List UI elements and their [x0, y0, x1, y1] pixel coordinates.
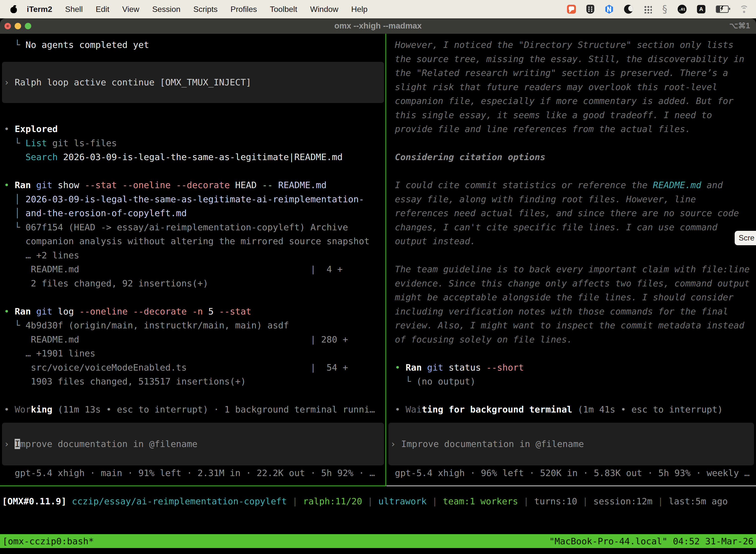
- terminal-line: [4, 389, 386, 403]
- terminal-line: • Ran git show --stat --oneline --decora…: [4, 178, 386, 192]
- right-prompt-text: › Improve documentation in @filename: [390, 437, 584, 451]
- terminal-line: └ 4b9d30f (origin/main, instructkr/main,…: [4, 319, 386, 333]
- right-prompt-input[interactable]: › Improve documentation in @filename: [388, 423, 754, 465]
- tmux-host-clock-label: "MacBook-Pro-44.local" 04:52 31-Mar-26: [549, 536, 754, 546]
- terminal-line: of focusing solely on file lines.: [395, 333, 756, 347]
- badge-61-icon[interactable]: ..61: [678, 5, 687, 14]
- terminal-line: I could cite commit statistics or refere…: [395, 178, 756, 192]
- terminal-line: review. Also, I might want to inspect th…: [395, 319, 756, 333]
- menu-window[interactable]: Window: [304, 5, 345, 14]
- window-title: omx --xhigh --madmax: [0, 18, 756, 33]
- terminal-line: essay file, along with finding root file…: [395, 192, 756, 207]
- window-title-bar: omx --xhigh --madmax ⌥⌘1: [0, 18, 756, 34]
- terminal-line: [4, 164, 386, 178]
- battery-icon[interactable]: [716, 5, 729, 13]
- ralph-loop-input-box[interactable]: › Ralph loop active continue [OMX_TMUX_I…: [2, 62, 384, 103]
- right-model-status-line: gpt-5.4 xhigh · 96% left · 520K in · 5.8…: [395, 466, 750, 480]
- terminal-line: └ No agents completed yet: [4, 38, 386, 52]
- right-terminal-pane[interactable]: However, I noticed the "Directory Struct…: [386, 34, 756, 417]
- terminal-line: │ 2026-03-09-is-legal-the-same-as-legiti…: [4, 192, 386, 207]
- wifi-icon[interactable]: [739, 5, 749, 13]
- terminal-line: [395, 389, 756, 403]
- terminal-line: src/voice/voiceModeEnabled.ts | 54 +: [4, 361, 386, 375]
- terminal-line: changes, I can't cite specific file line…: [395, 220, 756, 234]
- terminal-line: └ (no output): [395, 375, 756, 389]
- menu-shell[interactable]: Shell: [59, 5, 89, 14]
- menu-status-icons: §..61A: [567, 4, 756, 14]
- menu-profiles[interactable]: Profiles: [224, 5, 263, 14]
- traffic-lights: [4, 23, 31, 29]
- terminal-line: └ 067f154 (HEAD -> essay/ai-reimplementa…: [4, 220, 386, 234]
- menu-help[interactable]: Help: [345, 5, 374, 14]
- terminal-line: companion file, especially if more comme…: [395, 94, 756, 108]
- terminal-line: [395, 248, 756, 263]
- close-window-button[interactable]: [4, 23, 11, 29]
- menu-session[interactable]: Session: [146, 5, 187, 14]
- terminal-line: • Working (11m 13s • esc to interrupt) ·…: [4, 403, 386, 417]
- terminal-line: the "Related research writing" section i…: [395, 66, 756, 80]
- terminal-line: • Waiting for background terminal (1m 41…: [395, 403, 756, 417]
- terminal-line: including verification notes with those …: [395, 304, 756, 319]
- terminal-line: … +2 lines: [4, 248, 386, 263]
- zoom-window-button[interactable]: [25, 23, 31, 29]
- menu-view[interactable]: View: [116, 5, 146, 14]
- left-pane-bottom-border: [0, 486, 386, 486]
- menu-bar: iTerm2ShellEditViewSessionScriptsProfile…: [0, 0, 756, 18]
- menu-edit[interactable]: Edit: [89, 5, 116, 14]
- terminal-line: Search 2026-03-09-is-legal-the-same-as-l…: [4, 150, 386, 164]
- apple-menu-icon[interactable]: [10, 5, 17, 13]
- terminal-content: └ No agents completed yet• Explored └ Li…: [0, 34, 756, 554]
- terminal-line: 1903 files changed, 513517 insertions(+): [4, 375, 386, 389]
- terminal-line: 2 files changed, 92 insertions(+): [4, 277, 386, 291]
- terminal-line: └ List git ls-files: [4, 136, 386, 151]
- tmux-window-label[interactable]: [omx-cczip0:bash*: [2, 536, 94, 546]
- terminal-line: the source tree, missing the essay. Stil…: [395, 52, 756, 66]
- menu-toolbelt[interactable]: Toolbelt: [263, 5, 304, 14]
- crescent-pie-icon[interactable]: [624, 5, 633, 14]
- terminal-line: companion analysis without altering the …: [4, 234, 386, 248]
- ralph-loop-message: › Ralph loop active continue [OMX_TMUX_I…: [4, 75, 251, 90]
- menu-iterm2[interactable]: iTerm2: [20, 5, 59, 14]
- terminal-line: [395, 164, 756, 178]
- terminal-line: [4, 290, 386, 304]
- terminal-line: The team guideline is to back every impo…: [395, 262, 756, 277]
- dots-grid-icon[interactable]: [643, 5, 652, 13]
- terminal-line: [395, 346, 756, 361]
- omx-session-status-line: [OMX#0.11.9] cczip/essay/ai-reimplementa…: [2, 494, 728, 509]
- terminal-line: [4, 108, 386, 122]
- terminal-line: │ and-the-erosion-of-copyleft.md: [4, 206, 386, 220]
- terminal-line: README.md | 4 +: [4, 262, 386, 277]
- terminal-line: output instead.: [395, 234, 756, 248]
- terminal-line: • Ran git status --short: [395, 361, 756, 375]
- left-prompt-input[interactable]: › Improve documentation in @filename: [2, 423, 384, 465]
- screen-notification[interactable]: Scre: [735, 231, 756, 245]
- pane-divider[interactable]: [385, 34, 386, 486]
- notification-chat-icon[interactable]: [567, 5, 576, 14]
- left-prompt-text: › Improve documentation in @filename: [4, 437, 197, 451]
- terminal-line: However, I noticed the "Directory Struct…: [395, 38, 756, 52]
- keypad-shield-icon[interactable]: [586, 5, 594, 14]
- terminal-line: this single essay, it seems like a good …: [395, 108, 756, 122]
- tmux-status-bar: [omx-cczip0:bash* "MacBook-Pro-44.local"…: [0, 534, 756, 548]
- terminal-line: • Explored: [4, 122, 386, 136]
- squiggle-icon[interactable]: §: [662, 4, 667, 14]
- window-shortcut-label: ⌥⌘1: [729, 18, 750, 33]
- terminal-line: Considering citation options: [395, 150, 756, 164]
- menu-scripts[interactable]: Scripts: [187, 5, 224, 14]
- terminal-line: evidence. Since this change only affects…: [395, 277, 756, 291]
- terminal-line: [395, 136, 756, 151]
- terminal-line: • Ran git log --oneline --decorate -n 5 …: [4, 304, 386, 319]
- right-pane-bottom-border: [386, 486, 756, 486]
- terminal-line: … +1901 lines: [4, 346, 386, 361]
- terminal-line: references need actual files, and since …: [395, 206, 756, 220]
- input-source-icon[interactable]: A: [697, 5, 705, 13]
- terminal-line: slight risk that future readers may over…: [395, 80, 756, 94]
- left-model-status-line: gpt-5.4 xhigh · main · 91% left · 2.31M …: [4, 466, 375, 480]
- minimize-window-button[interactable]: [15, 23, 21, 29]
- menu-items: iTerm2ShellEditViewSessionScriptsProfile…: [20, 5, 374, 14]
- terminal-line: might be acceptable alongside the file l…: [395, 290, 756, 304]
- hexagon-bolt-icon[interactable]: [605, 5, 614, 14]
- terminal-line: provide file and line references from th…: [395, 122, 756, 136]
- terminal-line: README.md | 280 +: [4, 333, 386, 347]
